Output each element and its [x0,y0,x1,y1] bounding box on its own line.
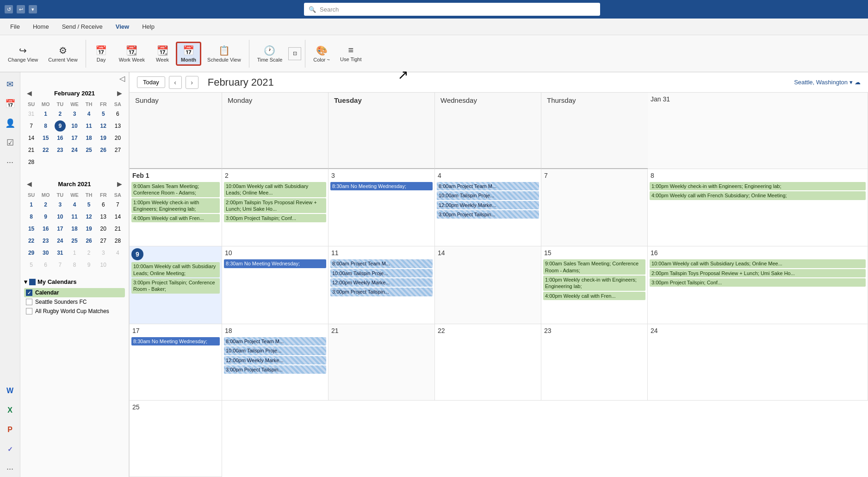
menu-send-receive[interactable]: Send / Receive [56,20,108,33]
event[interactable]: 3:00pm Project Tailspin... [330,288,433,296]
mini-cal-day[interactable]: 26 [98,144,109,156]
mini-cal-day[interactable]: 30 [40,247,51,258]
mini-cal-day[interactable]: 8 [40,120,51,132]
mini-cal-day[interactable]: 14 [26,132,37,144]
event[interactable]: 3:00pm Project Tailspin; Conf... [224,214,326,222]
mini-cal-day[interactable]: 21 [112,223,123,234]
mini-cal-day[interactable]: 27 [112,144,123,156]
current-view-button[interactable]: ⚙ Current View [44,43,81,65]
word-icon[interactable]: W [2,383,19,399]
mini-cal-day[interactable]: 6 [40,259,51,270]
cal-cell[interactable]: 24 [648,324,868,401]
cal-cell[interactable]: 188:00am Project Team M...10:00am Tailsp… [222,324,329,401]
mini-cal-day[interactable]: 13 [98,211,109,222]
mini-cal-day[interactable]: 9 [40,211,51,222]
cal-cell[interactable]: 910:00am Weekly call with Subsidiary Lea… [130,246,222,324]
more-apps-icon[interactable]: ··· [2,460,19,477]
event[interactable]: 8:00am Project Team M... [330,259,433,268]
mini-cal-day[interactable]: 19 [83,223,94,234]
event[interactable]: 12:00pm Weekly Marke... [224,356,326,364]
event[interactable]: 8:00am Project Team M... [437,182,539,190]
mini-cal-day[interactable]: 5 [98,108,109,119]
event[interactable]: 10:00am Tailspin Proje... [330,269,433,277]
mini-cal-day[interactable]: 5 [83,199,94,210]
menu-file[interactable]: File [5,20,25,33]
mini-cal-day[interactable]: 12 [98,120,109,132]
month-button[interactable]: 📅 Month [176,42,201,66]
use-tight-button[interactable]: ≡ Use Tight [336,43,366,64]
cal-cell[interactable]: 7 [541,169,648,246]
mini-cal-day[interactable]: 27 [98,235,109,246]
teams-icon[interactable]: ✓ [2,441,19,458]
calendars-collapse-icon[interactable]: ▾ [24,278,27,285]
mini-cal-day[interactable]: 22 [26,235,37,246]
mini-cal-mar-prev-btn[interactable]: ◀ [24,179,35,188]
location-badge[interactable]: Seattle, Washington ▾ ☁ [794,79,861,86]
mini-cal-day[interactable]: 7 [26,120,37,132]
mini-cal-day[interactable]: 16 [55,132,66,144]
event[interactable]: 10:00am Weekly call with Subsidiary Lead… [650,259,866,268]
cal-cell[interactable]: 1610:00am Weekly call with Subsidiary Le… [648,246,868,324]
cal-cell[interactable]: 21 [329,324,435,401]
mini-cal-day[interactable]: 1 [69,247,80,258]
mini-cal-day[interactable]: 4 [83,108,94,119]
event[interactable]: 8:00am Project Team M... [224,337,326,345]
cal-cell[interactable]: Jan 31 [648,93,868,169]
mini-cal-day[interactable]: 3 [69,108,80,119]
mini-cal-day[interactable]: 13 [112,120,123,132]
event[interactable]: 4:00pm Weekly call with Fren... [131,214,220,222]
event[interactable]: 4:00pm Weekly call with Fren... [543,292,645,300]
day-view-button[interactable]: 📅 Day [90,43,113,65]
cal-cell[interactable]: 23 [541,324,648,401]
event[interactable]: 9:00am Sales Team Meeting; Conference Ro… [131,182,220,197]
mini-cal-day[interactable]: 29 [26,247,37,258]
event[interactable]: 3:00pm Project Tailspin; Conference Room… [131,278,220,294]
mini-cal-day[interactable]: 10 [98,259,109,270]
mini-cal-day[interactable]: 3 [55,199,66,210]
event[interactable]: 10:00am Weekly call with Subsidiary Lead… [224,182,326,197]
cal-cell[interactable]: 178:30am No Meeting Wednesday; [130,324,222,401]
mini-cal-day[interactable]: 21 [26,144,37,156]
mini-cal-day[interactable]: 9 [83,259,94,270]
event[interactable]: 12:00pm Weekly Marke... [330,278,433,287]
today-button[interactable]: Today [137,76,165,88]
quick-access-btn[interactable]: ▾ [29,5,37,13]
mini-cal-day[interactable]: 24 [55,235,66,246]
event[interactable]: 1:00pm Weekly check-in with Engineers; E… [131,198,220,213]
event[interactable]: 3:00pm Project Tailspin; Conf... [650,278,866,287]
mini-cal-day[interactable]: 17 [69,132,80,144]
mini-cal-day[interactable]: 28 [26,157,37,168]
mini-cal-day[interactable]: 10 [69,120,80,132]
mini-cal-day[interactable]: 1 [26,199,37,210]
mini-cal-day[interactable]: 22 [40,144,51,156]
event[interactable]: 2:00pm Tailspin Toys Proposal Review + L… [224,198,326,213]
mini-cal-day[interactable]: 2 [83,247,94,258]
mini-cal-day[interactable]: 20 [98,223,109,234]
cal-cell[interactable]: 159:00am Sales Team Meeting; Conference … [541,246,648,324]
mini-cal-day[interactable]: 20 [112,132,123,144]
event[interactable]: 9:00am Sales Team Meeting; Conference Ro… [543,259,645,275]
mini-cal-day[interactable]: 7 [112,199,123,210]
event[interactable]: 8:30am No Meeting Wednesday; [330,182,433,190]
mini-cal-day[interactable]: 31 [55,247,66,258]
mini-cal-day[interactable]: 2 [40,199,51,210]
event[interactable]: 3:00pm Project Tailspin... [437,210,539,219]
mini-cal-day[interactable]: 31 [26,108,37,119]
cal-cell[interactable]: 14 [435,246,541,324]
cal-checkbox[interactable] [26,299,32,305]
excel-icon[interactable]: X [2,402,19,419]
mini-cal-day[interactable]: 16 [40,223,51,234]
event[interactable]: 3:00pm Project Tailspin... [224,365,326,374]
cal-cell[interactable]: 108:30am No Meeting Wednesday; [222,246,329,324]
mini-cal-day[interactable]: 1 [40,108,51,119]
event[interactable]: 8:30am No Meeting Wednesday; [224,259,326,268]
mini-cal-day[interactable]: 19 [98,132,109,144]
mini-cal-mar-next-btn[interactable]: ▶ [114,179,125,188]
cal-item[interactable]: All Rugby World Cup Matches [24,307,125,316]
event[interactable]: 10:00am Tailspin Proje... [437,191,539,200]
event[interactable]: 10:00am Tailspin Proje... [224,346,326,355]
event[interactable]: 12:00pm Weekly Marke... [437,201,539,209]
mini-cal-day[interactable]: 12 [83,211,94,222]
color-button[interactable]: 🎨 Color ~ [309,43,334,65]
mini-cal-day[interactable]: 25 [69,235,80,246]
